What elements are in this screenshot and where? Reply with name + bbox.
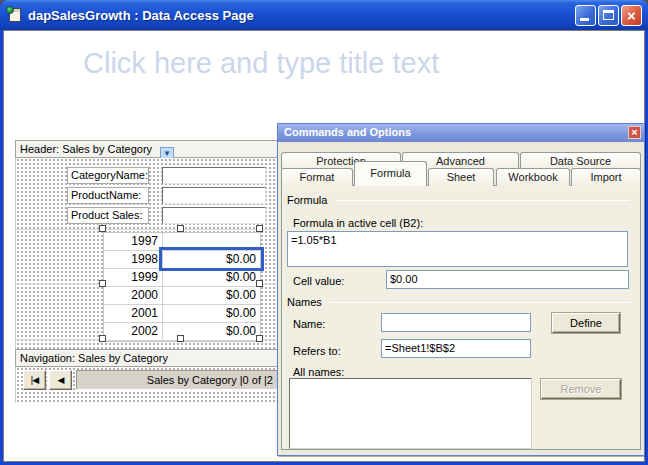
app-window: dapSalesGrowth : Data Access Page × Clic… (0, 0, 648, 465)
define-button[interactable]: Define (552, 313, 620, 333)
names-group-label: Names (287, 296, 322, 308)
dialog-title: Commands and Options (284, 126, 411, 138)
navigation-section-label: Navigation: Sales by Category (20, 352, 168, 364)
grid-value-cell[interactable]: $0.00 (163, 287, 260, 305)
cell-value-input[interactable]: $0.00 (386, 270, 629, 289)
selection-handle[interactable] (99, 280, 106, 287)
name-label: Name: (293, 318, 325, 330)
dialog-close-icon: × (631, 126, 637, 138)
grid-year-cell[interactable]: 2002 (104, 323, 163, 341)
formula-group-label: Formula (287, 194, 327, 206)
close-icon: × (622, 6, 641, 25)
header-design-surface: CategoryName: ProductName: Product Sales… (15, 158, 278, 349)
grid-value-cell-selected[interactable]: $0.00 (163, 251, 260, 269)
productname-input[interactable] (162, 187, 266, 204)
spreadsheet-grid[interactable]: 1997 1998 $0.00 1999 $0.00 2000 $0.00 20… (103, 232, 261, 342)
cell-value-label: Cell value: (293, 275, 344, 287)
first-record-icon: |◀ (31, 375, 38, 385)
grid-year-cell[interactable]: 1999 (104, 269, 163, 287)
productsales-label[interactable]: Product Sales: (67, 207, 149, 224)
page-title-placeholder[interactable]: Click here and type title text (83, 47, 439, 80)
formula-input[interactable]: =1.05*B1 (287, 231, 628, 267)
name-input[interactable] (381, 313, 531, 332)
header-section-bar[interactable]: Header: Sales by Category▼ (15, 140, 278, 158)
refers-to-label: Refers to: (293, 345, 341, 357)
selection-handle[interactable] (99, 225, 106, 232)
productsales-input[interactable] (162, 207, 266, 224)
maximize-button[interactable] (598, 5, 619, 26)
window-controls: × (575, 5, 642, 26)
navigation-section-bar[interactable]: Navigation: Sales by Category (15, 349, 278, 367)
tab-format[interactable]: Format (281, 168, 353, 186)
formula-group-line (336, 200, 630, 201)
selection-handle[interactable] (256, 225, 263, 232)
grid-value-cell[interactable] (163, 233, 260, 251)
minimize-icon (580, 18, 589, 21)
selection-handle[interactable] (256, 335, 263, 342)
categoryname-label[interactable]: CategoryName: (67, 167, 149, 184)
selection-handle[interactable] (256, 280, 263, 287)
tab-formula[interactable]: Formula (354, 161, 427, 186)
categoryname-input[interactable] (162, 167, 266, 184)
globe-glyph (6, 6, 14, 14)
grid-year-cell[interactable]: 1998 (104, 251, 163, 269)
tab-sheet[interactable]: Sheet (428, 168, 494, 186)
header-section-label: Header: Sales by Category (20, 143, 152, 155)
remove-button[interactable]: Remove (541, 379, 621, 399)
commands-and-options-dialog: Commands and Options × Protection Advanc… (277, 123, 645, 456)
grid-value-cell[interactable]: $0.00 (163, 305, 260, 323)
active-cell-formula-label: Formula in active cell (B2): (293, 217, 423, 229)
previous-record-button[interactable]: ◀ (49, 370, 72, 390)
grid-year-cell[interactable]: 1997 (104, 233, 163, 251)
dialog-close-button[interactable]: × (628, 126, 641, 139)
window-border-left (0, 30, 3, 465)
minimize-button[interactable] (575, 5, 596, 26)
selection-handle[interactable] (99, 335, 106, 342)
close-button[interactable]: × (621, 5, 642, 26)
all-names-listbox[interactable] (289, 378, 532, 449)
window-title: dapSalesGrowth : Data Access Page (28, 8, 575, 23)
grid-year-cell[interactable]: 2000 (104, 287, 163, 305)
tab-data-source[interactable]: Data Source (520, 152, 641, 169)
grid-year-cell[interactable]: 2001 (104, 305, 163, 323)
layout-guide (16, 229, 277, 230)
dialog-titlebar[interactable]: Commands and Options (278, 124, 644, 142)
refers-to-input[interactable]: =Sheet1!$B$2 (381, 339, 531, 358)
previous-record-icon: ◀ (58, 375, 64, 385)
data-access-page-icon (6, 6, 24, 24)
grid-value-cell[interactable]: $0.00 (163, 269, 260, 287)
tab-import[interactable]: Import (571, 168, 641, 186)
tab-workbook[interactable]: Workbook (496, 168, 570, 186)
record-navigation-status: Sales by Category |0 of |2 (76, 370, 279, 390)
all-names-label: All names: (293, 366, 344, 378)
selection-handle[interactable] (177, 335, 184, 342)
selection-handle[interactable] (177, 225, 184, 232)
navigation-design-surface: |◀ ◀ Sales by Category |0 of |2 (15, 367, 278, 403)
window-titlebar[interactable]: dapSalesGrowth : Data Access Page × (0, 0, 648, 30)
maximize-icon (603, 10, 614, 20)
productname-label[interactable]: ProductName: (67, 187, 149, 204)
names-group-line (330, 302, 630, 303)
first-record-button[interactable]: |◀ (23, 370, 46, 390)
